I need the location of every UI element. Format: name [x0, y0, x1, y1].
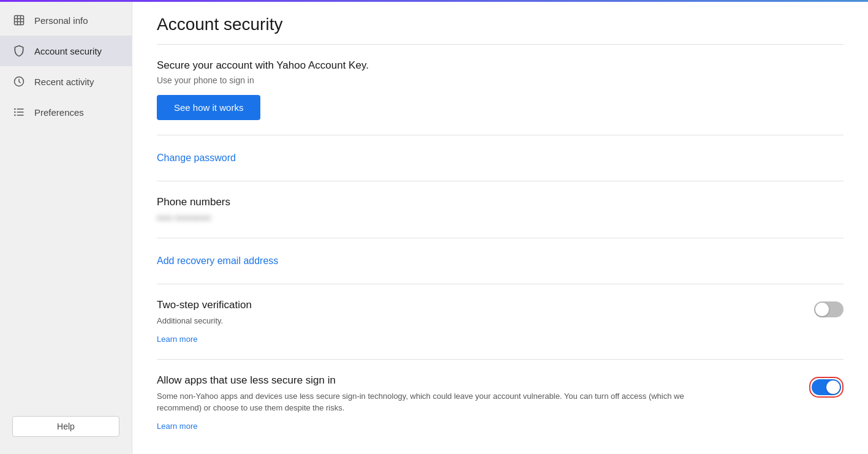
svg-point-11 [14, 115, 16, 116]
two-step-title: Two-step verification [157, 299, 790, 311]
sidebar-item-label-recent-activity: Recent activity [34, 77, 94, 87]
phone-numbers-section: Phone numbers ●●● ●●●●●●● [157, 181, 843, 238]
two-step-section: Two-step verification Additional securit… [157, 284, 843, 360]
phone-number-value: ●●● ●●●●●●● [157, 213, 211, 222]
two-step-content: Two-step verification Additional securit… [157, 299, 814, 344]
svg-rect-0 [15, 16, 24, 25]
see-how-it-works-button[interactable]: See how it works [157, 95, 260, 120]
sidebar-item-label-personal-info: Personal info [34, 15, 88, 26]
two-step-toggle-wrapper [814, 301, 843, 317]
clock-icon [12, 75, 26, 88]
sidebar-item-label-preferences: Preferences [34, 107, 84, 118]
top-bar [0, 0, 868, 2]
less-secure-toggle[interactable] [812, 379, 841, 395]
shield-icon [12, 44, 26, 58]
add-recovery-email-link[interactable]: Add recovery email address [157, 253, 278, 269]
less-secure-content: Allow apps that use less secure sign in … [157, 374, 809, 431]
sidebar: Personal info Account security Recent ac… [0, 0, 132, 454]
yahoo-key-section: Secure your account with Yahoo Account K… [157, 45, 843, 135]
list-icon [12, 105, 26, 119]
sidebar-item-preferences[interactable]: Preferences [0, 97, 132, 127]
less-secure-description: Some non-Yahoo apps and devices use less… [157, 390, 708, 414]
less-secure-toggle-wrapper [809, 377, 843, 398]
sidebar-item-account-security[interactable]: Account security [0, 36, 132, 66]
sidebar-item-personal-info[interactable]: Personal info [0, 5, 132, 36]
less-secure-toggle-thumb [826, 380, 840, 394]
person-icon [12, 13, 26, 27]
yahoo-key-subtitle: Use your phone to sign in [157, 75, 843, 85]
sidebar-item-label-account-security: Account security [34, 46, 102, 56]
less-secure-learn-more[interactable]: Learn more [157, 422, 197, 431]
two-step-toggle-thumb [815, 303, 829, 316]
less-secure-title: Allow apps that use less secure sign in [157, 374, 785, 387]
change-password-section: Change password [157, 135, 843, 181]
sidebar-bottom: Help [0, 404, 132, 449]
page-title: Account security [157, 15, 843, 34]
help-button[interactable]: Help [12, 416, 119, 437]
two-step-subtitle: Additional security. [157, 315, 708, 327]
phone-numbers-title: Phone numbers [157, 196, 843, 208]
two-step-learn-more[interactable]: Learn more [157, 335, 197, 344]
svg-point-9 [14, 108, 16, 110]
yahoo-key-title: Secure your account with Yahoo Account K… [157, 59, 843, 72]
two-step-toggle[interactable] [814, 301, 843, 317]
svg-point-10 [14, 112, 16, 113]
change-password-link[interactable]: Change password [157, 150, 236, 166]
less-secure-toggle-highlight [809, 377, 843, 398]
less-secure-section: Allow apps that use less secure sign in … [157, 360, 843, 446]
main-content: Account security Secure your account wit… [132, 0, 868, 454]
recovery-email-section: Add recovery email address [157, 238, 843, 284]
sidebar-item-recent-activity[interactable]: Recent activity [0, 66, 132, 97]
